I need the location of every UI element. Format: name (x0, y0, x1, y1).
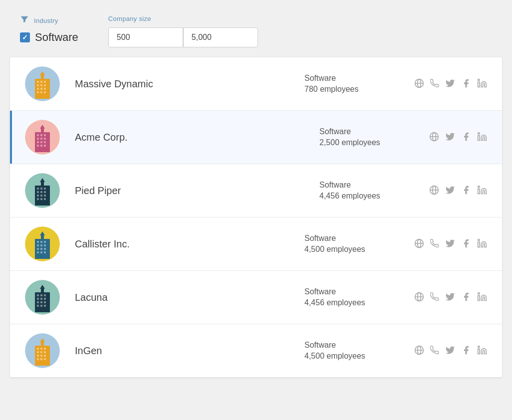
company-size-label: Company size (108, 15, 151, 22)
svg-rect-115 (44, 355, 46, 357)
company-employees-pied-piper: 4,456 employees (319, 192, 429, 201)
company-industry-acme-corp: Software (319, 127, 429, 136)
facebook-icon[interactable] (461, 132, 471, 143)
company-avatar-massive-dynamic (25, 66, 60, 101)
company-row-ingen[interactable]: InGen Software 4,500 employees (10, 324, 502, 377)
size-max-input[interactable] (183, 27, 258, 47)
facebook-icon[interactable] (461, 345, 471, 357)
svg-rect-9 (40, 88, 42, 90)
linkedin-icon[interactable] (477, 345, 487, 357)
svg-rect-108 (40, 348, 42, 350)
company-avatar-acme-corp (25, 120, 60, 155)
svg-rect-118 (44, 358, 46, 360)
globe-icon[interactable] (429, 132, 439, 143)
size-min-input[interactable] (108, 27, 183, 47)
company-row-acme-corp[interactable]: Acme Corp. Software 2,500 employees (10, 111, 502, 164)
phone-icon[interactable] (430, 292, 439, 303)
twitter-icon[interactable] (445, 292, 455, 303)
globe-icon[interactable] (414, 292, 424, 303)
svg-rect-23 (37, 134, 39, 136)
svg-rect-113 (37, 355, 39, 357)
svg-rect-6 (40, 84, 42, 86)
svg-rect-52 (44, 195, 46, 197)
twitter-icon[interactable] (445, 78, 455, 90)
company-icons-massive-dynamic (414, 78, 487, 90)
svg-rect-47 (37, 191, 39, 193)
company-row-pied-piper[interactable]: Pied Piper Software 4,456 employees (10, 164, 502, 217)
svg-rect-82 (478, 242, 480, 247)
results-list: Massive Dynamic Software 780 employees (10, 57, 502, 377)
company-employees-massive-dynamic: 780 employees (304, 85, 414, 94)
svg-rect-48 (40, 191, 42, 193)
svg-rect-49 (44, 191, 46, 193)
company-name-pied-piper: Pied Piper (75, 185, 319, 197)
globe-icon[interactable] (414, 345, 424, 357)
svg-rect-12 (40, 91, 42, 93)
svg-rect-45 (40, 188, 42, 190)
twitter-icon[interactable] (445, 132, 455, 143)
company-industry-massive-dynamic: Software (304, 74, 414, 83)
svg-rect-114 (40, 355, 42, 357)
company-avatar-ingen (25, 333, 60, 368)
facebook-icon[interactable] (461, 185, 471, 197)
globe-icon[interactable] (429, 185, 439, 197)
facebook-icon[interactable] (461, 238, 471, 250)
industry-label: Industry (34, 17, 58, 24)
svg-rect-4 (44, 81, 46, 83)
svg-rect-97 (44, 305, 46, 307)
company-name-callister-inc: Callister Inc. (75, 238, 304, 250)
svg-rect-94 (44, 301, 46, 303)
svg-rect-116 (37, 358, 39, 360)
company-row-massive-dynamic[interactable]: Massive Dynamic Software 780 employees (10, 57, 502, 111)
company-name-acme-corp: Acme Corp. (75, 132, 319, 143)
svg-rect-89 (37, 298, 39, 300)
industry-checkbox[interactable]: ✓ (20, 32, 30, 42)
linkedin-icon[interactable] (477, 78, 487, 90)
company-avatar-lacuna (25, 280, 60, 315)
phone-icon[interactable] (430, 79, 439, 89)
linkedin-icon[interactable] (477, 132, 487, 143)
svg-rect-25 (44, 134, 46, 136)
company-avatar-pied-piper (25, 173, 60, 208)
svg-rect-28 (44, 138, 46, 140)
svg-rect-51 (40, 195, 42, 197)
phone-icon[interactable] (430, 346, 439, 356)
facebook-icon[interactable] (461, 78, 471, 90)
company-row-callister-inc[interactable]: Callister Inc. Software 4,500 employees (10, 217, 502, 271)
linkedin-icon[interactable] (477, 185, 487, 197)
phone-icon[interactable] (430, 239, 439, 249)
svg-point-83 (478, 239, 480, 240)
svg-rect-72 (40, 248, 42, 250)
svg-rect-92 (37, 301, 39, 303)
globe-icon[interactable] (414, 78, 424, 90)
twitter-icon[interactable] (445, 185, 455, 197)
svg-rect-69 (40, 244, 42, 246)
svg-rect-103 (478, 295, 480, 300)
company-row-lacuna[interactable]: Lacuna Software 4,456 employees (10, 271, 502, 324)
svg-point-104 (478, 292, 480, 294)
company-employees-callister-inc: 4,500 employees (304, 245, 414, 254)
linkedin-icon[interactable] (477, 238, 487, 250)
svg-rect-7 (44, 84, 46, 86)
linkedin-icon[interactable] (477, 292, 487, 303)
svg-rect-65 (37, 241, 39, 243)
twitter-icon[interactable] (445, 238, 455, 250)
company-name-massive-dynamic: Massive Dynamic (75, 78, 304, 90)
svg-rect-68 (37, 244, 39, 246)
svg-rect-96 (40, 305, 42, 307)
filter-bar: Industry ✓ Software Company size (10, 10, 502, 57)
svg-rect-19 (478, 82, 480, 87)
company-employees-ingen: 4,500 employees (304, 352, 414, 361)
globe-icon[interactable] (414, 238, 424, 250)
svg-rect-55 (44, 198, 46, 200)
facebook-icon[interactable] (461, 292, 471, 303)
svg-rect-31 (44, 141, 46, 143)
svg-rect-8 (37, 88, 39, 90)
svg-rect-54 (40, 198, 42, 200)
svg-rect-90 (40, 298, 42, 300)
twitter-icon[interactable] (445, 345, 455, 357)
company-meta-acme-corp: Software 2,500 employees (319, 127, 429, 147)
svg-rect-107 (37, 348, 39, 350)
company-icons-ingen (414, 345, 487, 357)
svg-point-20 (478, 79, 480, 80)
